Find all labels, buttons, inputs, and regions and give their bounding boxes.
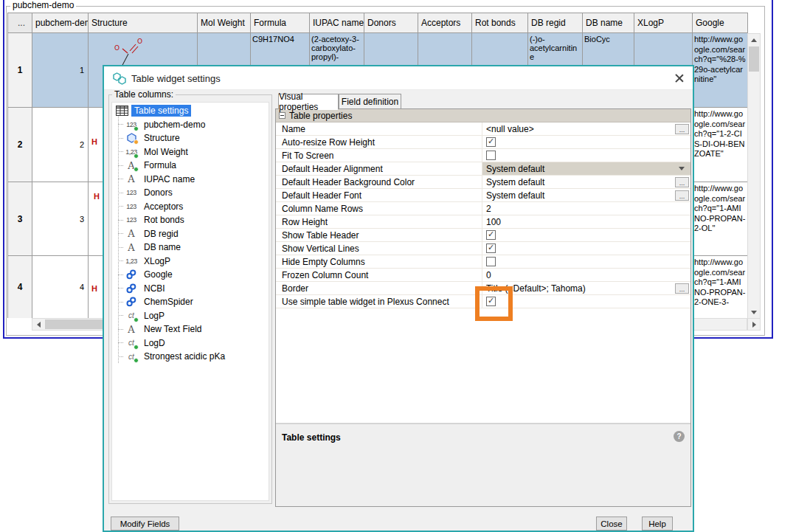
property-row-hide-empty-columns[interactable]: Hide Empty Columns [276,255,690,269]
tab-visual-properties[interactable]: Visual properties [278,94,339,110]
column-header-xlogp[interactable]: XLogP [634,13,693,32]
column-header-formula[interactable]: Formula [251,13,310,32]
property-row-default-header-font[interactable]: Default Header Font System default... [276,189,690,202]
table-properties-group-header[interactable]: Table properties [276,109,690,122]
cell-google[interactable]: http://www.google.com/search?q="1-AMINO-… [693,256,748,318]
column-header-iupac-name[interactable]: IUPAC name [310,13,364,32]
checkbox[interactable] [486,243,496,253]
ellipsis-button[interactable]: ... [675,283,689,294]
tree-item-rot-bonds[interactable]: 123Rot bonds [112,213,187,227]
tree-item-label: DB name [141,241,184,253]
tree-item-table-settings[interactable]: Table settings [114,104,191,117]
columns-tree[interactable]: Table settings 123pubchem-demo Structure… [111,102,269,501]
property-row-show-table-header[interactable]: Show Table Header [276,229,690,242]
property-row-name[interactable]: Name <null value>... [276,122,690,136]
column-header-pubchem-demo[interactable]: pubchem-demo [32,13,89,32]
dialog-titlebar[interactable]: Table widget settings [104,66,693,90]
column-header-rot-bonds[interactable]: Rot bonds [472,13,528,32]
property-row-auto-resize-row-height[interactable]: Auto-resize Row Height [276,136,690,149]
close-icon[interactable] [674,72,685,84]
tree-item-formula[interactable]: AFormula [112,159,179,172]
tree-item-pubchem-demo[interactable]: 123pubchem-demo [112,118,208,131]
column-header-acceptors[interactable]: Acceptors [418,13,472,32]
help-button[interactable]: Help [642,517,673,531]
tree-item-structure[interactable]: Structure [112,131,183,145]
tree-item-new-text-field[interactable]: ANew Text Field [112,322,204,336]
checkbox[interactable] [486,257,496,266]
close-button[interactable]: Close [596,517,627,531]
column-header-google[interactable]: Google [693,13,748,32]
cell-pubchem-demo[interactable]: 4 [32,256,89,318]
column-header-mol-weight[interactable]: Mol Weight [198,13,251,32]
table-widget-settings-dialog: Table widget settings Table columns: Tab… [103,65,694,532]
tree-item-db-name[interactable]: ADB name [112,241,184,254]
scroll-right-button[interactable] [747,318,761,331]
ellipsis-button[interactable]: ... [675,190,689,201]
cell-google[interactable]: http://www.google.com/search?q="%28-%29o… [693,33,748,107]
tree-item-mol-weight[interactable]: 1,23Mol Weight [112,145,191,159]
checkbox[interactable] [486,230,496,240]
vertical-scroll-thumb[interactable] [749,46,759,72]
property-row-row-height[interactable]: Row Height 100 [276,215,690,229]
tab-field-definition[interactable]: Field definition [339,94,401,109]
row-header[interactable]: 3 [8,182,32,255]
tree-item-donors[interactable]: 123Donors [112,186,176,199]
scroll-down-button[interactable] [748,306,760,318]
tree-item-google[interactable]: Google [112,268,176,281]
modify-fields-button[interactable]: Modify Fields [111,517,179,531]
checkbox[interactable] [486,137,496,147]
cell-pubchem-demo[interactable]: 3 [32,182,89,255]
ellipsis-button[interactable]: ... [675,177,689,187]
integer-field-icon: 123 [123,214,139,226]
column-header-db-regid[interactable]: DB regid [528,13,583,32]
scroll-up-button[interactable] [748,34,760,46]
description-panel: Table settings ? [276,423,690,506]
tree-stub [118,206,123,207]
column-header-db-name[interactable]: DB name [583,13,634,32]
property-label: Show Vertical Lines [276,242,482,255]
property-row-fit-to-screen[interactable]: Fit To Screen [276,149,690,162]
property-row-default-header-alignment[interactable]: Default Header Alignment System default [276,162,690,176]
tree-stub [118,151,123,152]
property-row-column-name-rows[interactable]: Column Name Rows 2 [276,202,690,215]
tree-item-ncbi[interactable]: NCBI [112,282,168,295]
table-icon [114,105,130,117]
row-header[interactable]: 2 [8,108,32,182]
collapse-icon[interactable] [279,112,285,119]
table-corner-button[interactable]: ... [8,13,32,32]
tree-item-iupac-name[interactable]: AIUPAC name [112,173,198,186]
cell-google[interactable]: http://www.google.com/search?q="1-2-CIS-… [693,108,748,182]
property-label: Default Header Font [276,189,482,201]
property-row-frozen-column-count[interactable]: Frozen Column Count 0 [276,269,690,282]
property-row-show-vertical-lines[interactable]: Show Vertical Lines [276,242,690,255]
tree-item-logd[interactable]: ctLogD [112,336,168,350]
help-icon[interactable]: ? [674,431,685,442]
highlight-rectangle [475,286,513,321]
down-arrow-icon [751,311,757,314]
tree-item-strongest-acidic-pka[interactable]: ctStrongest acidic pKa [112,350,228,363]
cell-google[interactable]: http://www.google.com/search?q="1-AMINO-… [693,182,748,255]
row-header[interactable]: 1 [8,33,32,107]
tree-item-db-regid[interactable]: ADB regid [112,227,181,241]
status-badge [134,317,139,322]
vertical-scrollbar[interactable] [747,33,761,319]
tree-stub [118,274,123,275]
table-header-row: ... pubchem-demo Structure Mol Weight Fo… [7,13,748,33]
tree-item-logp[interactable]: ctLogP [112,309,167,322]
tree-item-xlogp[interactable]: 1,23XLogP [112,255,173,268]
cell-pubchem-demo[interactable]: 2 [32,108,89,182]
alignment-combobox[interactable]: System default [482,162,690,175]
row-header[interactable]: 4 [8,256,32,318]
tree-item-acceptors[interactable]: 123Acceptors [112,200,186,213]
cell-pubchem-demo[interactable]: 1 [32,33,89,107]
tree-stub [118,138,123,139]
scroll-left-button[interactable] [32,319,44,330]
tree-item-label: Mol Weight [141,146,191,158]
ellipsis-button[interactable]: ... [675,124,689,134]
description-title: Table settings [282,432,341,443]
property-row-default-header-background-color[interactable]: Default Header Background Color System d… [276,176,690,189]
tree-item-chemspider[interactable]: ChemSpider [112,295,196,308]
column-header-donors[interactable]: Donors [364,13,418,32]
column-header-structure[interactable]: Structure [89,13,198,32]
checkbox[interactable] [486,151,496,160]
